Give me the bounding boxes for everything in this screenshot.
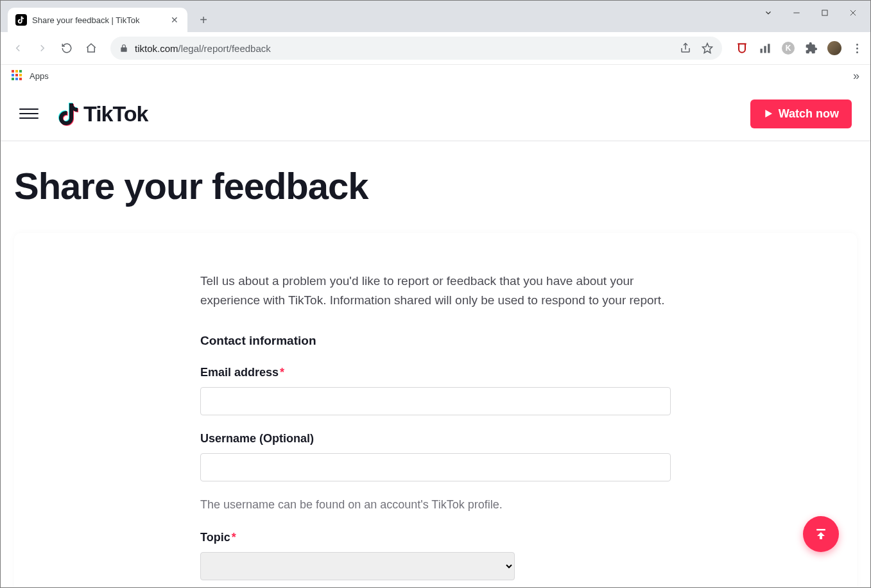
extension-mcafee-icon[interactable] [735,41,749,55]
svg-rect-9 [816,529,825,531]
browser-menu-button[interactable] [850,44,863,53]
extensions-row: K [731,41,863,55]
browser-tab[interactable]: Share your feedback | TikTok ✕ [8,8,187,32]
browser-chrome: Share your feedback | TikTok ✕ + tiktok.… [0,0,871,87]
apps-grid-icon[interactable] [12,70,23,82]
svg-rect-1 [822,10,827,15]
site-header: TikTok Watch now [0,87,871,141]
username-field-group: Username (Optional) [200,432,671,481]
email-label: Email address* [200,366,671,379]
tab-title: Share your feedback | TikTok [32,15,164,25]
tiktok-favicon-icon [15,14,27,26]
username-input[interactable] [200,453,671,481]
new-tab-button[interactable]: + [194,10,213,30]
tiktok-logo[interactable]: TikTok [58,101,148,126]
topic-select[interactable] [200,552,515,580]
bookmark-star-icon[interactable] [702,42,713,54]
hero: Share your feedback [0,141,871,233]
bookmarks-overflow-icon[interactable]: » [853,69,859,83]
maximize-button[interactable] [812,3,838,23]
email-field-group: Email address* [200,366,671,415]
apps-label[interactable]: Apps [30,71,49,81]
scroll-to-top-button[interactable] [803,516,839,552]
home-button[interactable] [81,38,101,58]
back-button[interactable] [8,38,28,58]
forward-button[interactable] [32,38,53,58]
svg-rect-7 [764,46,766,53]
tiktok-note-icon [58,101,81,126]
url-text: tiktok.com/legal/report/feedback [135,43,271,54]
svg-marker-5 [703,44,712,53]
feedback-card: Tell us about a problem you'd like to re… [14,233,857,588]
contact-section-label: Contact information [200,334,671,348]
required-asterisk: * [232,531,236,544]
watch-now-label: Watch now [779,107,839,121]
extensions-button[interactable] [804,41,818,55]
page-viewport[interactable]: TikTok Watch now Share your feedback Tel… [0,87,871,588]
email-input[interactable] [200,387,671,415]
window-controls [755,3,866,23]
bookmarks-bar: Apps » [0,64,871,87]
tab-bar: Share your feedback | TikTok ✕ + [0,0,871,32]
required-asterisk: * [280,366,284,379]
lock-icon [119,44,128,53]
close-window-button[interactable] [840,3,866,23]
watch-now-button[interactable]: Watch now [750,99,852,128]
play-icon [763,108,773,119]
username-label: Username (Optional) [200,432,671,445]
arrow-up-to-line-icon [813,526,829,542]
username-hint: The username can be found on an account'… [200,498,671,512]
tab-close-icon[interactable]: ✕ [169,15,180,25]
logo-text: TikTok [83,101,148,126]
chevron-down-icon[interactable] [755,3,781,23]
page-title: Share your feedback [14,164,857,207]
address-bar[interactable]: tiktok.com/legal/report/feedback [110,37,722,60]
minimize-button[interactable] [784,3,809,23]
profile-avatar[interactable] [827,41,841,55]
svg-rect-6 [761,49,763,53]
topic-field-group: Topic* [200,531,671,580]
extension-k-icon[interactable]: K [781,41,795,55]
share-icon[interactable] [680,42,691,54]
intro-text: Tell us about a problem you'd like to re… [200,272,671,311]
topic-label: Topic* [200,531,671,544]
extension-analytics-icon[interactable] [758,41,772,55]
hamburger-menu-button[interactable] [19,108,39,119]
svg-rect-8 [768,44,770,53]
reload-button[interactable] [56,38,77,58]
browser-toolbar: tiktok.com/legal/report/feedback K [0,32,871,64]
